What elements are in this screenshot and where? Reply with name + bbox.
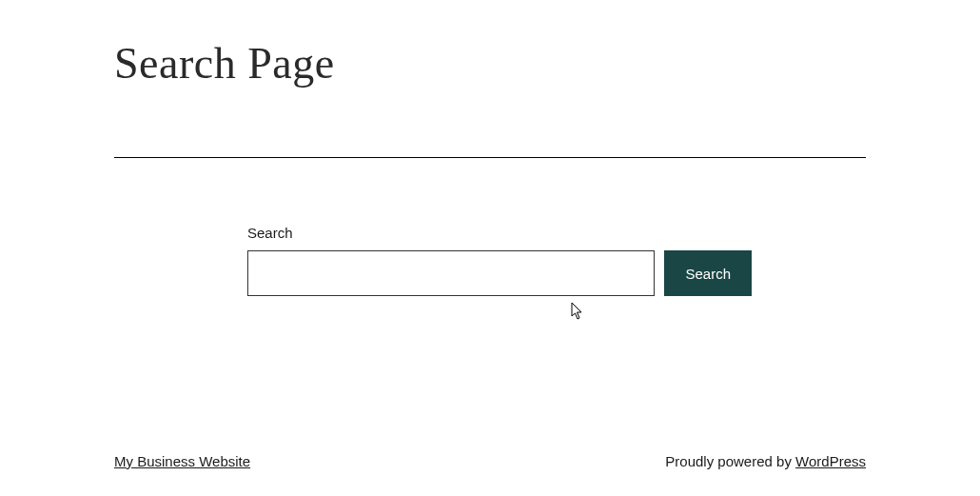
- powered-prefix: Proudly powered by: [665, 453, 795, 469]
- search-row: Search: [247, 250, 752, 296]
- cursor-icon: [571, 303, 584, 320]
- wordpress-link[interactable]: WordPress: [795, 453, 866, 469]
- site-link[interactable]: My Business Website: [114, 453, 250, 469]
- search-input[interactable]: [247, 250, 655, 296]
- search-label: Search: [247, 225, 752, 241]
- search-section: Search Search: [247, 225, 752, 296]
- footer: My Business Website Proudly powered by W…: [0, 453, 980, 469]
- page-title: Search Page: [114, 0, 866, 89]
- divider: [114, 157, 866, 158]
- footer-powered: Proudly powered by WordPress: [665, 453, 866, 469]
- search-button[interactable]: Search: [664, 250, 752, 296]
